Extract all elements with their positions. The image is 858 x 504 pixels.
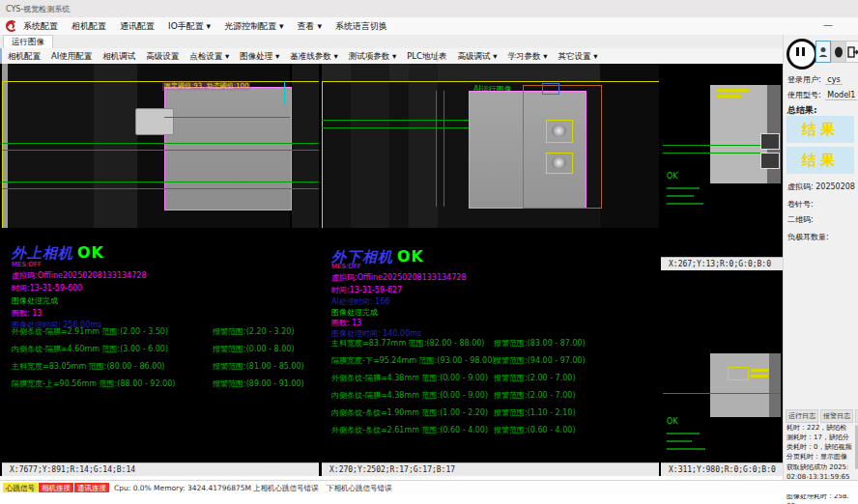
menu-io-config[interactable]: IO手配置 ▾	[168, 20, 211, 33]
log-tab-alarm[interactable]: 报警日志	[820, 409, 853, 423]
camera-image-lower[interactable]: AI运行图像	[322, 64, 659, 228]
tool-advanced-debug[interactable]: 高级调试 ▾	[458, 51, 498, 63]
turns-text: 圈数: 13	[12, 308, 42, 319]
main-area: 固定阈值:93, 动态阈值:100 外上相机OK MES:OFF 虚拟码:Off…	[0, 64, 783, 476]
measurement-row: 内侧条纹-隔膜=4.60mm 范围:(3.00 - 6.00) 报警范围:(0.…	[12, 344, 311, 354]
ai-time-text: AI处理时间: 166	[331, 296, 389, 307]
camera-name-upper: 外上相机OK	[12, 243, 104, 263]
model-row: 使用型号: Model1	[787, 90, 857, 100]
tool-camera-debug[interactable]: 相机调试	[102, 51, 135, 63]
annotation-line	[667, 195, 694, 197]
toolbar-divider	[437, 50, 438, 62]
tab-run-image[interactable]: 运行图像	[3, 35, 53, 49]
barcode-text: 虚拟码:Offline20250208133134728	[331, 272, 466, 283]
defect-box	[728, 367, 749, 380]
process-done-text: 图像处理完成	[331, 307, 378, 318]
menu-comm-config[interactable]: 通讯配置	[120, 20, 155, 33]
small-view-status: OK	[667, 172, 678, 181]
small-camera-view-1: OK X:267;Y:13;R:0;G:0;B:0	[661, 64, 783, 270]
annotation-yellow-left-line	[2, 81, 3, 228]
measurement-value: 主料宽度=83.05mm 范围:(80.00 - 86.00)	[12, 362, 164, 371]
annotation-yellow-top-line	[2, 81, 319, 82]
defect-box-1	[546, 120, 573, 143]
menu-view[interactable]: 查看 ▾	[298, 20, 322, 33]
user-manage-button[interactable]	[831, 41, 846, 63]
annotation-yellow-left-line	[322, 81, 323, 228]
mes-status: MES:OFF	[12, 261, 42, 268]
defect-box-2	[546, 153, 573, 174]
tool-other-settings[interactable]: 其它设置 ▾	[558, 51, 597, 63]
exit-door-icon	[847, 46, 858, 58]
defect-thumbnail	[760, 153, 780, 169]
turns-text: 圈数: 13	[331, 318, 361, 328]
threshold-label: 固定阈值:93, 动态阈值:100	[162, 81, 250, 91]
process-done-text: 图像处理完成	[12, 295, 58, 306]
defect-thumbnail	[760, 133, 780, 150]
tool-ai-usage-config[interactable]: AI使用配置	[51, 51, 92, 63]
login-user-value: cys	[825, 75, 842, 85]
measurement-value: 外侧条纹-隔膜=2.91mm 范围:(2.00 - 3.50)	[12, 327, 168, 336]
tool-camera-config[interactable]: 相机配置	[8, 51, 41, 63]
log-tabs: 运行日志 报警日志 错误日志	[786, 409, 858, 423]
mes-status: MES:OFF	[331, 263, 361, 270]
roi-blue-box	[542, 83, 559, 95]
camera-view-lower: AI运行图像 外下相机OK MES:OFF 虚拟码:Offline2025020…	[322, 64, 659, 476]
measurement-value: 主料宽度=83.77mm 范围:(82.00 - 88.00)	[331, 339, 484, 348]
small-image-2[interactable]	[710, 353, 781, 417]
annotation-yellow-top-line	[322, 81, 659, 82]
app-window: CYS-视觉检测系统 系统配置 相机配置 通讯配置 IO手配置 ▾ 光源控制配置…	[0, 0, 858, 504]
menu-language-switch[interactable]: 系统语言切换	[335, 20, 387, 33]
minimize-button[interactable]: —	[823, 19, 833, 30]
alarm-range: 报警范围:(2.00 - 7.00)	[494, 390, 576, 401]
alarm-range: 报警范围:(1.10 - 2.10)	[494, 407, 576, 418]
baseline-vertical-2	[443, 91, 444, 207]
comm-link-badge: 通讯连接	[74, 483, 109, 492]
annotation-line	[667, 187, 700, 189]
alarm-range: 报警范围:(94.00 - 97.00)	[494, 355, 586, 366]
tool-plc-address[interactable]: PLC地址表	[407, 51, 446, 63]
baseline-1	[322, 120, 469, 121]
camera-name-text: 外上相机	[12, 244, 73, 262]
annotation-line	[667, 203, 703, 205]
alarm-range: 报警范围:(2.20 - 3.20)	[213, 326, 295, 337]
alarm-range: 报警范围:(0.00 - 8.00)	[213, 344, 295, 354]
measurement-row: 外侧条纹-隔膜=2.91mm 范围:(2.00 - 3.50) 报警范围:(2.…	[12, 326, 311, 337]
tool-baseline-params[interactable]: 基准线参数 ▾	[290, 51, 337, 63]
baseline-2	[2, 150, 319, 151]
measurement-row: 隔膜宽度-上=90.56mm 范围:(88.00 - 92.00) 报警范围:(…	[12, 378, 311, 389]
alarm-range: 报警范围:(2.00 - 7.00)	[494, 373, 576, 383]
toolbar-accent	[0, 48, 2, 64]
baseline-1	[2, 143, 319, 144]
user-dark-icon	[834, 46, 844, 58]
pause-button[interactable]	[786, 39, 817, 70]
tool-test-params[interactable]: 测试项参数 ▾	[349, 51, 396, 63]
machine-mid-band	[94, 64, 137, 228]
product-region	[164, 87, 292, 210]
alarm-range: 报警范围:(89.00 - 91.00)	[213, 378, 304, 389]
menu-system-config[interactable]: 系统配置	[23, 20, 58, 33]
menu-camera-config[interactable]: 相机配置	[72, 20, 106, 33]
menu-light-config[interactable]: 光源控制配置 ▾	[224, 20, 283, 33]
login-user-label: 登录用户:	[787, 75, 821, 84]
measurement-value: 隔膜宽度-上=90.56mm 范围:(88.00 - 92.00)	[12, 379, 175, 388]
measurement-value: 内侧条纹-隔膜=4.60mm 范围:(3.00 - 6.00)	[12, 345, 168, 353]
pause-icon	[802, 47, 805, 56]
tab-strip: 运行图像	[0, 35, 783, 49]
baseline-5	[164, 117, 290, 118]
tool-learning-params[interactable]: 学习参数 ▾	[507, 51, 547, 63]
camera-image-upper[interactable]: 固定阈值:93, 动态阈值:100	[2, 64, 319, 228]
toolbar: 相机配置 AI使用配置 相机调试 高级设置 点检设置 ▾ 图像处理 ▾ 基准线参…	[0, 48, 783, 65]
small-view-status: OK	[667, 417, 678, 426]
annotation-cyan-line	[284, 81, 285, 104]
logout-button[interactable]	[845, 41, 858, 63]
lower-camera-heartbeat-error: 下相机心跳信号错误	[327, 484, 392, 493]
user-login-button[interactable]	[815, 41, 831, 63]
tool-image-process[interactable]: 图像处理 ▾	[240, 51, 279, 63]
log-tab-run[interactable]: 运行日志	[786, 409, 818, 423]
annotation-line	[667, 440, 692, 442]
user-icon	[818, 46, 828, 58]
tool-spot-check[interactable]: 点检设置 ▾	[189, 51, 229, 63]
tool-advanced-settings[interactable]: 高级设置	[146, 51, 179, 63]
barcode-text: 虚拟码:Offline20250208133134728	[12, 270, 146, 281]
neg-tab-count-row: 负极耳数量:	[787, 232, 829, 242]
